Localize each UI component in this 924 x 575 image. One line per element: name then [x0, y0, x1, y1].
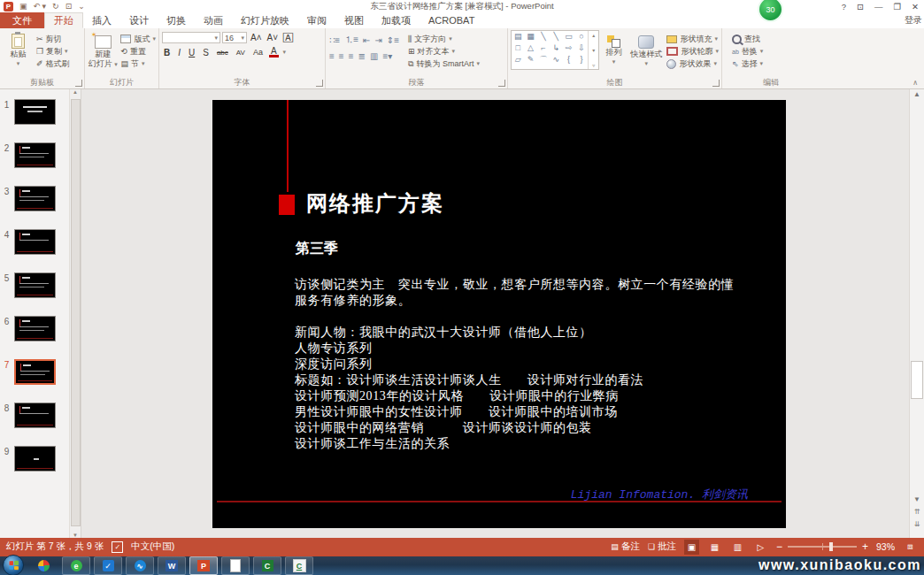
- next-slide-icon[interactable]: ⇊: [910, 519, 924, 530]
- undo-icon[interactable]: ↶ ▾: [34, 2, 47, 11]
- panel-scrollbar[interactable]: ▲ ▼: [69, 89, 81, 538]
- slide-counter[interactable]: 幻灯片 第 7 张，共 9 张: [6, 540, 104, 553]
- close-button[interactable]: ✕: [912, 2, 919, 12]
- start-button[interactable]: [3, 555, 24, 575]
- change-case-button[interactable]: Aa: [251, 48, 265, 57]
- italic-button[interactable]: I: [176, 48, 182, 58]
- scroll-down-icon[interactable]: ▼: [910, 494, 924, 505]
- panel-scroll-down-icon[interactable]: ▼: [73, 533, 78, 538]
- select-button[interactable]: ⇖选择▾: [732, 58, 763, 69]
- text-direction-button[interactable]: ⫼文字方向▾: [408, 34, 480, 44]
- powerpoint-logo-icon[interactable]: P: [4, 2, 13, 12]
- tab-review[interactable]: 审阅: [298, 12, 335, 28]
- fit-to-window-icon[interactable]: ⧈: [903, 540, 918, 555]
- more-paragraph-icon[interactable]: ≡▾: [381, 51, 393, 61]
- normal-view-button[interactable]: ▣: [684, 540, 699, 555]
- strikethrough-button[interactable]: abc: [215, 49, 230, 57]
- shapes-gallery-scrollbar[interactable]: ▴▾▿: [588, 31, 598, 69]
- zoom-out-icon[interactable]: −: [776, 542, 782, 551]
- slide-body-textbox[interactable]: 访谈侧记类为主 突出专业，敬业，想客户所想等内容。树立一个有经验的懂 服务有修养…: [295, 277, 751, 452]
- shape-outline-button[interactable]: 形状轮廓▾: [666, 46, 719, 57]
- find-button[interactable]: 查找: [732, 34, 763, 44]
- quick-styles-button[interactable]: 快速样式▾: [628, 30, 664, 78]
- zoom-slider[interactable]: [788, 546, 857, 548]
- increase-indent-icon[interactable]: ⇥: [373, 35, 382, 45]
- ribbon-options-button[interactable]: ⊡: [857, 2, 864, 12]
- paragraph-dialog-launcher[interactable]: [498, 80, 505, 87]
- tab-insert[interactable]: 插入: [83, 12, 120, 28]
- font-name-combo[interactable]: ▾: [162, 32, 220, 43]
- copy-button[interactable]: ❐复制▾: [36, 46, 70, 57]
- redo-icon[interactable]: ↻: [52, 2, 59, 11]
- clear-formatting-icon[interactable]: 🄰: [281, 33, 295, 43]
- tab-slideshow[interactable]: 幻灯片放映: [232, 12, 298, 28]
- font-size-combo[interactable]: 16▾: [222, 32, 247, 43]
- align-text-button[interactable]: ⊞对齐文本▾: [408, 46, 480, 57]
- taskbar-white-c-app[interactable]: C: [285, 556, 313, 575]
- zoom-in-icon[interactable]: +: [862, 542, 868, 551]
- comments-button[interactable]: ❏批注: [648, 540, 676, 553]
- format-painter-button[interactable]: ✐格式刷: [36, 58, 70, 69]
- slide-thumbnail-1[interactable]: [14, 99, 56, 125]
- notes-button[interactable]: ▤备注: [611, 540, 640, 553]
- cut-button[interactable]: ✂剪切: [36, 34, 70, 44]
- font-dialog-launcher[interactable]: [316, 80, 323, 87]
- slide-thumbnail-9[interactable]: [14, 446, 56, 472]
- slide-thumbnail-4[interactable]: [14, 229, 56, 255]
- tab-animations[interactable]: 动画: [195, 12, 232, 28]
- justify-icon[interactable]: ≣: [358, 51, 366, 61]
- shape-effects-button[interactable]: 形状效果▾: [666, 58, 719, 69]
- new-slide-button[interactable]: 新建 幻灯片 ▾: [88, 30, 118, 78]
- vertical-scrollbar[interactable]: ▲ ▼ ⇈ ⇊: [909, 89, 924, 538]
- pinwheel-app-icon[interactable]: [38, 560, 50, 571]
- previous-slide-icon[interactable]: ⇈: [910, 507, 924, 518]
- tab-acrobat[interactable]: ACROBAT: [420, 12, 483, 28]
- reading-view-button[interactable]: ▥: [730, 540, 745, 555]
- spell-check-icon[interactable]: ✓: [112, 541, 123, 553]
- convert-smartart-button[interactable]: ⧉转换为 SmartArt▾: [408, 58, 480, 69]
- zoom-percentage[interactable]: 93%: [876, 541, 895, 552]
- paste-dropdown[interactable]: ▾: [17, 59, 20, 68]
- scroll-up-icon[interactable]: ▲: [910, 89, 924, 100]
- tab-transitions[interactable]: 切换: [158, 12, 195, 28]
- taskbar-green-c-app[interactable]: C: [253, 556, 281, 575]
- tab-home[interactable]: 开始: [44, 12, 83, 28]
- slide-canvas[interactable]: 网络推广方案 第三季 访谈侧记类为主 突出专业，敬业，想客户所想等内容。树立一个…: [212, 100, 786, 528]
- align-center-icon[interactable]: ≡: [338, 51, 345, 61]
- line-spacing-icon[interactable]: ⇕≡: [386, 35, 400, 45]
- tab-view[interactable]: 视图: [335, 12, 373, 28]
- slide-thumbnail-5[interactable]: [14, 272, 56, 298]
- slide-thumbnail-8[interactable]: [14, 402, 56, 428]
- align-left-icon[interactable]: ≡: [328, 51, 335, 61]
- help-button[interactable]: ?: [842, 2, 846, 12]
- slide-thumbnail-7-selected[interactable]: [14, 359, 56, 385]
- bold-button[interactable]: B: [162, 48, 172, 58]
- sign-in-link[interactable]: 登录: [905, 12, 924, 28]
- shadow-button[interactable]: S: [201, 48, 211, 58]
- character-spacing-button[interactable]: AV: [235, 49, 247, 57]
- align-right-icon[interactable]: ≡: [348, 51, 355, 61]
- arrange-button[interactable]: 排列▾: [602, 30, 626, 78]
- underline-button[interactable]: U: [187, 48, 196, 58]
- decrease-font-icon[interactable]: A˅: [266, 33, 281, 42]
- tab-addins[interactable]: 加载项: [373, 12, 420, 28]
- minimize-button[interactable]: —: [874, 2, 883, 12]
- tab-file[interactable]: 文件: [0, 12, 44, 28]
- clipboard-dialog-launcher[interactable]: [75, 80, 82, 87]
- font-color-button[interactable]: A: [269, 47, 279, 58]
- shape-fill-button[interactable]: 形状填充▾: [666, 34, 719, 44]
- zoom-slider-thumb[interactable]: [829, 542, 833, 551]
- decrease-indent-icon[interactable]: ⇤: [362, 35, 371, 45]
- slide-thumbnail-2[interactable]: [14, 142, 56, 168]
- save-icon[interactable]: ▣: [19, 2, 27, 11]
- numbering-icon[interactable]: ⒈≡: [343, 34, 359, 46]
- layout-button[interactable]: 版式▾: [120, 34, 156, 44]
- slide-title[interactable]: 网络推广方案: [306, 189, 444, 218]
- drawing-dialog-launcher[interactable]: [712, 80, 720, 87]
- taskbar-green-e-browser[interactable]: e: [62, 556, 90, 575]
- tab-design[interactable]: 设计: [120, 12, 158, 28]
- reset-button[interactable]: ⟲重置: [120, 46, 156, 57]
- increase-font-icon[interactable]: A˄: [249, 33, 264, 42]
- taskbar-word[interactable]: W: [158, 556, 186, 575]
- paste-button[interactable]: 粘贴 ▾: [3, 30, 34, 78]
